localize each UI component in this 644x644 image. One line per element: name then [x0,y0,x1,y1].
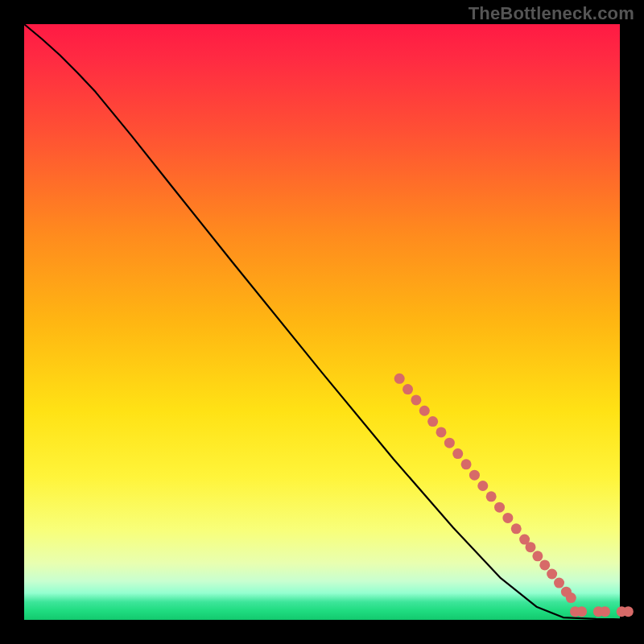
data-dot [461,459,472,469]
data-dot [547,569,557,580]
data-dot [566,592,576,603]
data-dot [411,394,421,405]
data-dot [419,406,430,416]
data-dot [532,551,543,561]
data-dot [402,384,413,394]
data-dot [554,578,564,588]
data-dot [623,606,634,617]
data-dot [486,491,497,502]
data-dot [436,427,447,437]
data-dot [539,559,550,570]
data-dot [394,374,405,384]
data-dot [600,606,610,617]
data-dot [477,481,488,491]
data-dot [576,606,587,617]
data-dot [502,513,513,523]
data-dot [469,470,480,481]
chart-stage: TheBottleneck.com [0,0,644,644]
data-dot [427,416,438,427]
data-dot [526,542,536,552]
data-dot [494,502,505,513]
watermark-text: TheBottleneck.com [469,3,634,24]
data-dot [511,523,522,534]
data-dot [444,438,455,448]
data-dot [452,448,463,459]
chart-svg [0,0,644,644]
